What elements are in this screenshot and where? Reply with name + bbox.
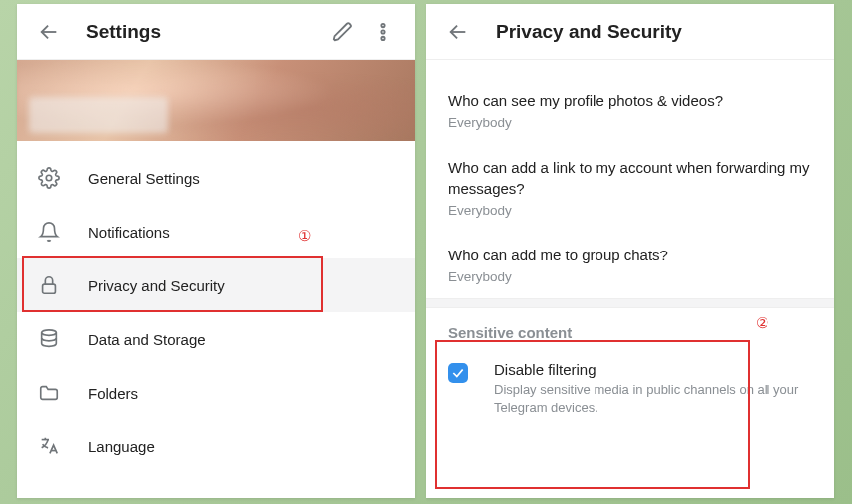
settings-title: Settings — [86, 21, 323, 43]
privacy-row-title: Who can see my profile photos & videos? — [448, 91, 812, 111]
menu-item-label: Privacy and Security — [88, 277, 225, 294]
settings-panel: Settings General Settings Notifications … — [17, 4, 415, 498]
pencil-icon — [332, 21, 354, 43]
privacy-row-title: Who can add a link to my account when fo… — [448, 158, 812, 199]
sensitive-section-header: Sensitive content — [426, 308, 834, 347]
menu-item-label: Language — [88, 438, 155, 455]
disable-filtering-content: Disable filtering Display sensitive medi… — [494, 361, 812, 416]
disable-filtering-title: Disable filtering — [494, 361, 812, 378]
svg-point-6 — [42, 330, 57, 336]
svg-point-2 — [381, 30, 384, 33]
menu-item-data[interactable]: Data and Storage — [17, 312, 415, 366]
svg-rect-5 — [43, 284, 56, 293]
privacy-panel: Privacy and Security Who can see my prof… — [426, 4, 834, 498]
back-button[interactable] — [29, 12, 69, 52]
svg-point-4 — [46, 175, 52, 181]
more-vertical-icon — [372, 21, 394, 43]
bell-icon — [37, 220, 61, 244]
language-icon — [37, 434, 61, 458]
privacy-row-value: Everybody — [448, 269, 812, 284]
svg-point-3 — [381, 36, 384, 39]
section-divider — [426, 298, 834, 308]
annotation-label-2: ② — [756, 314, 768, 332]
check-icon — [451, 366, 465, 380]
privacy-row-value: Everybody — [448, 203, 812, 218]
menu-item-general[interactable]: General Settings — [17, 151, 415, 205]
edit-button[interactable] — [323, 12, 363, 52]
annotation-label-1: ① — [298, 227, 311, 245]
folder-icon — [37, 381, 61, 405]
privacy-row-title: Who can add me to group chats? — [448, 246, 812, 265]
privacy-row-group-chats[interactable]: Who can add me to group chats? Everybody — [426, 232, 834, 298]
profile-banner[interactable] — [17, 60, 415, 141]
menu-item-language[interactable]: Language — [17, 420, 415, 473]
more-button[interactable] — [363, 12, 403, 52]
disable-filtering-row[interactable]: Disable filtering Display sensitive medi… — [426, 347, 834, 431]
privacy-title: Privacy and Security — [496, 21, 822, 43]
arrow-left-icon — [447, 21, 469, 43]
database-icon — [37, 327, 61, 351]
menu-item-privacy[interactable]: Privacy and Security — [17, 258, 415, 312]
privacy-header: Privacy and Security — [426, 4, 834, 60]
svg-point-1 — [381, 23, 384, 26]
gear-icon — [37, 166, 61, 190]
lock-icon — [37, 273, 61, 297]
menu-item-label: Folders — [88, 385, 138, 402]
arrow-left-icon — [38, 21, 60, 43]
disable-filtering-checkbox[interactable] — [448, 363, 468, 383]
privacy-row-value: Everybody — [448, 115, 812, 130]
menu-item-label: Notifications — [88, 224, 170, 241]
menu-item-folders[interactable]: Folders — [17, 366, 415, 420]
settings-header: Settings — [17, 4, 415, 60]
back-button[interactable] — [438, 12, 478, 52]
menu-item-notifications[interactable]: Notifications — [17, 205, 415, 258]
settings-menu: General Settings Notifications Privacy a… — [17, 141, 415, 473]
privacy-row-forward-link[interactable]: Who can add a link to my account when fo… — [426, 144, 834, 232]
menu-item-label: General Settings — [88, 170, 200, 187]
menu-item-label: Data and Storage — [88, 331, 206, 348]
privacy-body: Who can see my profile photos & videos? … — [426, 60, 834, 431]
privacy-row-profile-photos[interactable]: Who can see my profile photos & videos? … — [426, 78, 834, 144]
disable-filtering-desc: Display sensitive media in public channe… — [494, 381, 812, 416]
